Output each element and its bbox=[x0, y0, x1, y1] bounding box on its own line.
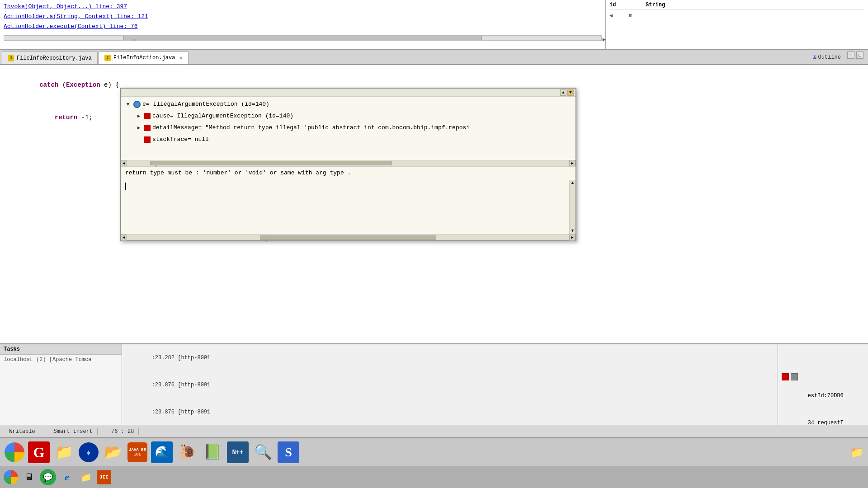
tasks-label: Tasks bbox=[4, 346, 20, 352]
stack-trace-line-3[interactable]: ActionHolder.execute(Context) line: 76 bbox=[4, 22, 602, 32]
outline-panel-label: ⊞ Outline bbox=[812, 53, 841, 61]
taskbar2-icon-folder[interactable]: 📁 bbox=[78, 469, 94, 485]
tree-child-1-expand[interactable]: ▶ bbox=[135, 113, 142, 120]
tree-child-1-text: cause= IllegalArgumentException (id=140) bbox=[152, 110, 293, 122]
taskbar-icon-db[interactable]: 🔍 bbox=[252, 441, 274, 463]
tasks-header: Tasks bbox=[0, 344, 122, 355]
taskbar2-icon-ie[interactable]: e bbox=[59, 469, 75, 485]
tree-root-icon bbox=[133, 101, 141, 108]
taskbar-icon-folder[interactable]: 📁 bbox=[53, 441, 75, 463]
console-line-1-text: :23.282 [http-8091 bbox=[152, 355, 211, 361]
taskbar-icon-s[interactable]: S bbox=[278, 441, 299, 463]
java-ee-label: JAVA EE bbox=[129, 448, 146, 452]
popup-scroll-up[interactable]: ▲ bbox=[560, 89, 566, 96]
bottom-scroll-track: m bbox=[128, 235, 568, 240]
tree-scroll-left[interactable]: ◀ bbox=[121, 160, 127, 166]
ide-container: Invoke(Object, Object...) line: 397 Acti… bbox=[0, 0, 868, 488]
stack-trace-line-1[interactable]: Invoke(Object, Object...) line: 397 bbox=[4, 2, 602, 12]
popup-right-scrollbar[interactable]: ▲ ▼ bbox=[569, 180, 576, 234]
error-message-area: return type must be : 'number' or 'void'… bbox=[121, 166, 576, 180]
bottom-scroll-label: m bbox=[265, 239, 267, 243]
popup-scroll-down[interactable]: ▼ bbox=[567, 89, 574, 96]
tree-child-2-icon bbox=[144, 125, 151, 131]
error-message-text: return type must be : 'number' or 'void'… bbox=[125, 169, 351, 176]
keyword-return: return bbox=[55, 114, 77, 121]
close-btn-1[interactable] bbox=[782, 373, 789, 380]
keyword-catch: catch bbox=[39, 81, 58, 89]
tree-root-expand[interactable]: ▼ bbox=[124, 101, 132, 108]
console-line-3-text: :23.876 [http-8091 bbox=[152, 409, 211, 415]
right-scroll-up[interactable]: ▲ bbox=[571, 181, 574, 185]
tasks-panel: Tasks localhost (2) [Apache Tomca bbox=[0, 344, 122, 425]
tree-scrollbar-h[interactable]: ◀ m ▶ bbox=[121, 160, 576, 166]
status-position: 76 : 28 bbox=[107, 428, 139, 435]
console-line-2-text: :23.876 [http-8091 bbox=[152, 382, 211, 388]
debug-tree: ▼ e= IllegalArgumentException (id=140) ▶… bbox=[121, 97, 576, 160]
tree-root-row: ▼ e= IllegalArgumentException (id=140) bbox=[124, 99, 572, 110]
java-ee-ide-label: IDE bbox=[134, 452, 141, 457]
taskbar-icon-filemanager[interactable]: 📂 bbox=[102, 441, 124, 463]
taskbar-icon-snail[interactable]: 🐌 bbox=[176, 441, 198, 463]
popup-scroll-top: ▲ ▼ bbox=[121, 89, 576, 97]
console-right-1: estId:70DB6 bbox=[782, 346, 864, 409]
taskbar2-icon-chrome[interactable] bbox=[4, 470, 18, 484]
taskbar-right-icon[interactable]: 📁 bbox=[850, 446, 863, 459]
tasks-server: localhost (2) [Apache Tomca bbox=[0, 355, 122, 365]
taskbar2-icon-explorer[interactable]: 🖥 bbox=[21, 469, 37, 485]
stack-trace-scrollbar[interactable]: m bbox=[4, 35, 602, 41]
tree-scroll-right[interactable]: ▶ bbox=[569, 160, 576, 166]
status-writable: Writable bbox=[5, 428, 40, 435]
tree-children: ▶ cause= IllegalArgumentException (id=14… bbox=[124, 110, 572, 145]
close-btn-2[interactable] bbox=[791, 373, 798, 380]
status-smart-insert: Smart Insert bbox=[49, 428, 98, 435]
tree-child-2-expand[interactable]: ▶ bbox=[135, 124, 142, 131]
taskbar-icon-green[interactable]: 📗 bbox=[202, 441, 223, 463]
tab-icon-fileinfoaction: J bbox=[104, 55, 111, 61]
taskbar-icon-notepadpp[interactable]: N++ bbox=[227, 441, 249, 463]
scroll-arrow-right[interactable]: ▶ bbox=[603, 36, 606, 43]
taskbar-icon-star[interactable]: ✦ bbox=[79, 442, 99, 462]
scrollbar-label: m bbox=[133, 38, 135, 42]
tab-fileinfore[interactable]: J FileInfoRepository.java bbox=[2, 52, 98, 64]
tab-label-fileinfoaction: FileInfoAction.java bbox=[113, 55, 175, 61]
tab-fileinfoaction[interactable]: J FileInfoAction.java ✕ bbox=[99, 52, 189, 64]
bottom-scroll-right[interactable]: ▶ bbox=[569, 235, 576, 241]
var-scroll-left-indicator: ◀ m bbox=[609, 10, 864, 21]
tab-bar: J FileInfoRepository.java J FileInfoActi… bbox=[0, 50, 868, 65]
restore-btn[interactable]: □ bbox=[856, 52, 863, 59]
outline-icon: ⊞ bbox=[812, 53, 816, 61]
tree-child-2-text: detailMessage= "Method return type illeg… bbox=[152, 122, 470, 134]
top-area: Invoke(Object, Object...) line: 397 Acti… bbox=[0, 0, 868, 50]
keyword-exception: Exception bbox=[66, 81, 100, 89]
tab-icon-fileinfore: J bbox=[8, 55, 14, 61]
bottom-panels: Tasks localhost (2) [Apache Tomca :23.28… bbox=[0, 343, 868, 425]
console-panel: :23.282 [http-8091 :23.876 [http-8091 :2… bbox=[122, 344, 778, 425]
bottom-scroll-left[interactable]: ◀ bbox=[121, 235, 127, 241]
minimize-btn[interactable]: ─ bbox=[847, 52, 854, 59]
taskbar-icon-java-ee[interactable]: JAVA EE IDE bbox=[127, 442, 147, 462]
var-col-str-header: String bbox=[646, 2, 864, 8]
taskbar2-icon-java[interactable]: JEE bbox=[97, 470, 111, 484]
console-right-text-2: 34 requestI bbox=[808, 420, 844, 425]
taskbar-icon-chrome[interactable] bbox=[5, 442, 24, 462]
taskbar2-icon-chat[interactable]: 💬 bbox=[40, 469, 56, 485]
tree-root-text: e= IllegalArgumentException (id=140) bbox=[142, 99, 269, 110]
tab-close-btn[interactable]: ✕ bbox=[179, 55, 183, 61]
popup-bottom-content[interactable]: ▲ ▼ bbox=[121, 180, 576, 234]
console-right-panel: estId:70DB6 34 requestI 34 requestI bbox=[778, 344, 868, 425]
taskbar-icon-g[interactable]: G bbox=[28, 441, 50, 463]
console-ctrl-btns bbox=[782, 373, 864, 380]
stack-trace-scrollbar-thumb: m bbox=[123, 36, 482, 40]
taskbar: G 📁 ✦ 📂 JAVA EE IDE 🌊 🐌 📗 N++ 🔍 S 📁 bbox=[0, 437, 868, 466]
taskbar-icon-wave[interactable]: 🌊 bbox=[151, 441, 173, 463]
tree-scroll-thumb: m bbox=[150, 161, 392, 165]
right-scroll-down[interactable]: ▼ bbox=[571, 229, 574, 233]
tree-child-3-icon bbox=[144, 136, 151, 143]
status-bar: Writable Smart Insert 76 : 28 bbox=[0, 425, 868, 437]
popup-scroll-arrows: ▲ ▼ bbox=[560, 89, 574, 96]
popup-bottom-scrollbar[interactable]: ◀ m ▶ bbox=[121, 234, 576, 240]
debug-popup: ▲ ▼ ▼ e= IllegalArgumentException (id=14… bbox=[120, 88, 576, 241]
tree-child-1: ▶ cause= IllegalArgumentException (id=14… bbox=[135, 110, 572, 122]
code-editor[interactable]: catch (Exception e) { return -1; ▲ ▼ ▼ bbox=[0, 65, 868, 343]
stack-trace-line-2[interactable]: ActionHolder.a(String, Context) line: 12… bbox=[4, 12, 602, 22]
